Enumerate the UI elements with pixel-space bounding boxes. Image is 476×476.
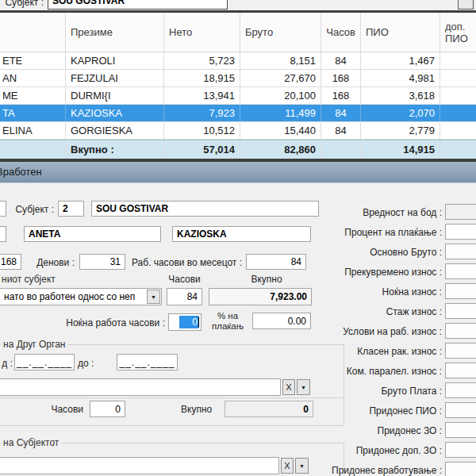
other-org-combo[interactable] (0, 378, 281, 396)
cell-pio: 2,779 (361, 122, 440, 139)
to-date-field[interactable]: __.__.____ (117, 354, 178, 370)
table-row[interactable]: ANFEJZULAI18,91527,6701684,981 (0, 70, 476, 87)
subject-org-combo[interactable] (0, 457, 279, 474)
cell-surname: KAZIOSKA (66, 105, 164, 121)
chevron-down-icon: ▼ (299, 463, 305, 469)
chevron-down-icon[interactable]: ▼ (147, 290, 160, 304)
table-row[interactable]: ETEKAPROLI5,7238,151841,467 (0, 52, 476, 70)
total-cell-name (0, 140, 66, 159)
cell-hours: 84 (321, 122, 361, 139)
right-panel-row: Услови на раб. износ : (333, 321, 476, 341)
night-hours-field[interactable]: 0 (168, 313, 202, 331)
subject-org-caption: на Субјектот (1, 437, 61, 448)
field-input[interactable] (445, 224, 476, 240)
column-header-pio: ПИО (361, 13, 440, 52)
group-caption-cut: ниот субјект (2, 273, 97, 286)
subject-name-field[interactable]: SOU GOSTIVAR (91, 201, 319, 217)
field-input[interactable] (445, 323, 476, 339)
top-right-cut-control (458, 0, 474, 10)
column-header-neto: Нето (164, 13, 240, 52)
field-input[interactable] (445, 462, 476, 476)
field-label: Основно Бруто : (333, 242, 442, 262)
hours-column-header: Часови (163, 273, 206, 286)
last-name-field[interactable]: KAZIOSKA (172, 226, 311, 242)
total-cell-surname: Вкупно : (66, 140, 164, 159)
right-panel-row: Придонес ПИО : (333, 401, 476, 420)
night-hours-label: Ноќна работа часови : (46, 317, 165, 329)
cell-neto: 10,512 (164, 122, 240, 139)
field-label: Бруто Плата : (333, 381, 442, 401)
chevron-down-icon: ▼ (301, 385, 306, 390)
field-input[interactable] (445, 402, 476, 418)
other-org-caption: на Друг Орган (1, 339, 67, 350)
total-cell-pio: 14,915 (361, 140, 440, 159)
top-subject-field[interactable]: SOU GOSTIVAR (48, 0, 228, 10)
top-strip: Субјект : SOU GOSTIVAR (0, 0, 476, 10)
field-input[interactable] (445, 442, 476, 458)
subject-code-field[interactable]: 2 (58, 201, 84, 217)
employment-type-combo[interactable]: нато во работен однос со неп ▼ (0, 288, 162, 305)
total-cell-neto: 57,014 (164, 140, 240, 159)
right-panel-row: Придонес ЗО : (333, 420, 476, 440)
cell-surname: GORGIESKA (66, 122, 164, 139)
field-input[interactable] (445, 283, 476, 299)
total-amount-field[interactable]: 7,923.00 (209, 288, 312, 305)
dropdown-button[interactable]: ▼ (295, 458, 309, 474)
from-date-field[interactable]: __.__.____ (14, 354, 75, 370)
field-input[interactable] (445, 204, 476, 220)
cell-neto: 18,915 (164, 70, 240, 86)
cell-dop_pio (440, 87, 476, 104)
cell-name: TA (0, 105, 66, 121)
field-input[interactable] (445, 263, 476, 279)
month-hours-field[interactable]: 84 (246, 254, 306, 270)
cut-field (0, 201, 6, 217)
field-input[interactable] (445, 363, 476, 378)
right-panel-row: Придонес доп. ЗО : (333, 440, 476, 460)
table-row[interactable]: ELINAGORGIESKA10,51215,440842,779 (0, 122, 476, 140)
window-titlebar[interactable]: Вработен (0, 162, 476, 183)
field-label: Придонес доп. ЗО : (333, 440, 442, 460)
payment-pct-label-line2: плаќањ (206, 321, 249, 331)
org-hours-field[interactable]: 0 (90, 401, 125, 417)
cell-hours: 168 (321, 87, 361, 104)
org-total-label: Вкупно (181, 403, 219, 416)
field-input[interactable] (445, 422, 476, 438)
field-label: Стаж износ : (333, 301, 442, 321)
days-field[interactable]: 31 (79, 254, 125, 270)
cell-name: ELINA (0, 122, 66, 139)
column-header-dop_pio: доп. ПИО (440, 13, 476, 52)
field-label: Придонес ЗО : (333, 420, 442, 440)
cell-name: AN (0, 70, 66, 86)
right-panel-row: Процент на плаќање : (333, 222, 476, 242)
column-header-bruto: Бруто (240, 13, 321, 52)
cut-hours-field[interactable]: 168 (0, 254, 21, 270)
field-label: Ком. паралел. износ : (333, 361, 442, 381)
dropdown-button[interactable]: ▼ (297, 379, 310, 395)
table-row[interactable]: MEDURMI{I13,94120,1001683,618 (0, 87, 476, 105)
clear-button[interactable]: X (281, 458, 294, 474)
table-row[interactable]: TAKAZIOSKA7,92311,499842,070 (0, 105, 476, 122)
field-input[interactable] (445, 303, 476, 319)
cell-neto: 13,941 (164, 87, 240, 104)
field-label: Прекувремено износ : (333, 262, 442, 282)
cell-bruto: 11,499 (240, 105, 321, 121)
org-hours-label: Часови (38, 403, 83, 416)
clear-button[interactable]: X (282, 379, 295, 395)
cell-pio: 2,070 (361, 105, 440, 121)
first-name-field[interactable]: ANETA (24, 226, 161, 242)
right-panel-row: Прекувремено износ : (333, 262, 476, 282)
subject-label: Субјект : (8, 203, 54, 216)
text-caret (198, 317, 199, 328)
cell-pio: 3,618 (361, 87, 440, 104)
field-input[interactable] (445, 343, 476, 359)
field-input[interactable] (445, 244, 476, 259)
right-panel-row: Вредност на бод : (333, 202, 476, 222)
cell-name: ETE (0, 52, 66, 69)
cell-neto: 7,923 (164, 105, 240, 121)
window-title: Вработен (0, 162, 42, 182)
hours-field[interactable]: 84 (167, 288, 202, 305)
payment-pct-field[interactable]: 0.00 (252, 313, 311, 329)
cell-hours: 84 (321, 105, 361, 121)
field-input[interactable] (445, 382, 476, 398)
field-label: Ноќна износ : (333, 282, 442, 301)
